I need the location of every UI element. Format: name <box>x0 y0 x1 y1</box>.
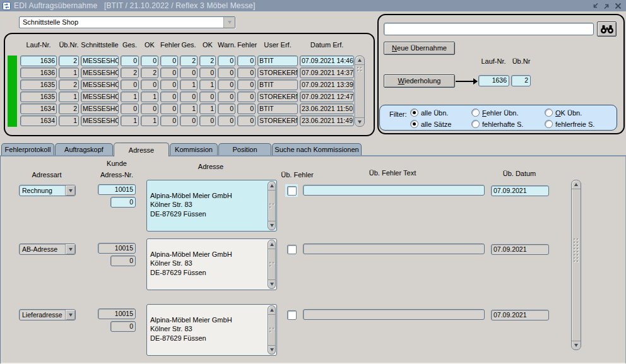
table-row[interactable]: 1634 1 MESSESHOP 1 1 0 0 0 0 0 STOREKERN… <box>20 115 354 126</box>
table-row[interactable]: 1635 2 MESSESHOP 0 0 0 1 1 0 0 BTIT 07.0… <box>20 79 354 90</box>
cell-fehler2[interactable]: 0 <box>237 68 256 78</box>
restore-icon[interactable] <box>601 1 611 11</box>
adresse-scrollbar[interactable] <box>268 181 276 230</box>
cell-fehler2[interactable]: 0 <box>237 115 256 126</box>
ueb-fehler-text-field[interactable] <box>303 309 485 320</box>
cell-datum-erf[interactable]: 07.09.2021 13:39 <box>300 79 354 90</box>
tab[interactable]: Adresse <box>114 143 169 156</box>
adresse-textarea[interactable]: Alpina-Möbel Meier GmbH Kölner Str. 83 D… <box>146 238 277 290</box>
scroll-up-icon[interactable] <box>268 182 275 191</box>
adresse-scrollbar[interactable] <box>268 240 276 289</box>
cell-lauf-nr[interactable]: 1634 <box>20 103 57 114</box>
cell-ueb-nr[interactable]: 2 <box>59 103 79 114</box>
scrollbar-grip[interactable] <box>357 67 362 71</box>
cell-lauf-nr[interactable]: 1636 <box>20 68 57 78</box>
cell-fehler[interactable]: 0 <box>160 103 178 114</box>
cell-ges2[interactable]: 0 <box>180 115 198 126</box>
scroll-down-icon[interactable] <box>355 117 364 126</box>
radio-icon[interactable] <box>471 109 480 117</box>
adress-sub-nr-field[interactable]: 0 <box>110 255 136 266</box>
table-scrollbar[interactable] <box>355 56 365 127</box>
cell-ok[interactable]: 0 <box>141 56 158 66</box>
ueb-fehler-checkbox[interactable] <box>287 186 297 196</box>
cell-ok2[interactable]: 0 <box>199 68 216 78</box>
cell-ok[interactable]: 2 <box>141 68 158 78</box>
search-button[interactable] <box>597 21 617 37</box>
cell-schnittstelle[interactable]: MESSESHOP <box>81 103 119 114</box>
cell-ok2[interactable]: 0 <box>199 91 216 102</box>
scroll-up-icon[interactable] <box>572 180 581 189</box>
cell-warn[interactable]: 0 <box>218 91 235 102</box>
cell-ges2[interactable]: 1 <box>180 79 198 90</box>
cell-lauf-nr[interactable]: 1636 <box>20 56 57 66</box>
scrollbar-grip[interactable] <box>269 262 275 267</box>
cell-warn[interactable]: 0 <box>218 56 235 66</box>
cell-ok2[interactable]: 1 <box>199 103 216 114</box>
cell-ges[interactable]: 2 <box>121 68 139 78</box>
tab[interactable]: Fehlerprotokoll <box>1 143 54 155</box>
cell-schnittstelle[interactable]: MESSESHOP <box>81 79 119 90</box>
cell-schnittstelle[interactable]: MESSESHOP <box>81 68 119 78</box>
cell-ges[interactable]: 0 <box>121 56 139 66</box>
radio-icon[interactable] <box>545 109 553 117</box>
cell-ueb-nr[interactable]: 2 <box>59 79 79 90</box>
cell-ges[interactable]: 1 <box>121 91 139 102</box>
ueb-fehler-checkbox[interactable] <box>287 245 297 254</box>
tab[interactable]: Auftragskopf <box>55 143 113 155</box>
cell-datum-erf[interactable]: 23.06.2021 11:49 <box>300 115 354 126</box>
scroll-down-icon[interactable] <box>268 345 275 354</box>
cell-fehler[interactable]: 0 <box>160 91 178 102</box>
cell-fehler2[interactable]: 0 <box>237 91 256 102</box>
cell-ok2[interactable]: 0 <box>199 115 216 126</box>
cell-ges2[interactable]: 2 <box>180 56 198 66</box>
cell-ok[interactable]: 1 <box>141 115 158 126</box>
cell-fehler[interactable]: 0 <box>160 115 178 126</box>
ueb-nr-field[interactable]: 2 <box>511 75 531 86</box>
chevron-down-icon[interactable] <box>223 17 235 28</box>
ueb-datum-field[interactable]: 07.09.2021 <box>491 185 549 196</box>
adressart-dropdown[interactable]: AB-Adresse <box>19 244 76 255</box>
table-row[interactable]: 1634 2 MESSESHOP 0 0 0 1 1 0 0 BTIT 23.0… <box>20 103 354 114</box>
cell-ok[interactable]: 0 <box>141 103 158 114</box>
scrollbar-grip[interactable] <box>269 328 275 332</box>
kunde-adress-nr-field[interactable]: 10015 <box>98 243 136 254</box>
filter-radio-option[interactable]: alle Sätze <box>410 119 471 129</box>
cell-user-erf[interactable]: BTIT <box>257 103 298 114</box>
scrollbar-grip[interactable] <box>269 204 275 208</box>
tab[interactable]: Position <box>218 143 271 155</box>
radio-icon[interactable] <box>410 109 418 117</box>
ueb-fehler-text-field[interactable] <box>303 185 485 196</box>
scroll-down-icon[interactable] <box>268 279 275 288</box>
radio-icon[interactable] <box>410 120 418 128</box>
cell-schnittstelle[interactable]: MESSESHOP <box>81 91 119 102</box>
cell-fehler[interactable]: 0 <box>160 79 178 90</box>
radio-icon[interactable] <box>471 120 480 128</box>
scroll-up-icon[interactable] <box>268 306 275 315</box>
ueb-fehler-text-field[interactable] <box>303 244 485 254</box>
cell-ges2[interactable]: 0 <box>180 68 198 78</box>
cell-warn[interactable]: 0 <box>218 103 235 114</box>
filter-radio-option[interactable]: alle Übn. <box>410 108 471 117</box>
radio-icon[interactable] <box>545 120 553 128</box>
cell-schnittstelle[interactable]: MESSESHOP <box>81 115 119 126</box>
search-input[interactable] <box>384 23 594 35</box>
cell-datum-erf[interactable]: 07.09.2021 14:37 <box>300 68 354 78</box>
kunde-adress-nr-field[interactable]: 10015 <box>98 184 136 195</box>
filter-radio-option[interactable]: fehlerfreie S. <box>545 119 614 129</box>
cell-ueb-nr[interactable]: 1 <box>59 115 79 126</box>
adressart-dropdown[interactable]: Lieferadresse <box>19 309 76 320</box>
chevron-down-icon[interactable] <box>65 244 75 254</box>
cell-warn[interactable]: 0 <box>218 68 235 78</box>
cell-user-erf[interactable]: BTIT <box>257 56 298 66</box>
cell-ges[interactable]: 1 <box>121 115 139 126</box>
table-row[interactable]: 1635 1 MESSESHOP 1 1 0 0 0 0 0 STOREKERN… <box>20 91 354 102</box>
tab[interactable]: Suche nach Kommissionen <box>272 143 362 155</box>
cell-ok2[interactable]: 1 <box>199 79 216 90</box>
cell-fehler2[interactable]: 0 <box>237 79 256 90</box>
cell-fehler2[interactable]: 0 <box>237 103 256 114</box>
cell-ok2[interactable]: 2 <box>199 56 216 66</box>
panel-scrollbar[interactable] <box>571 180 581 350</box>
cell-user-erf[interactable]: STOREKERN <box>257 115 298 126</box>
scroll-down-icon[interactable] <box>268 221 275 230</box>
cell-fehler2[interactable]: 0 <box>237 56 256 66</box>
